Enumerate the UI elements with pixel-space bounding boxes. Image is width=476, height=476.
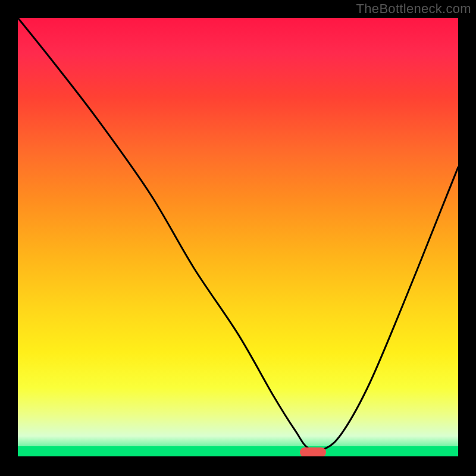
x-axis-baseline bbox=[18, 456, 458, 458]
chart-frame: TheBottleneck.com bbox=[0, 0, 476, 476]
optimal-marker bbox=[300, 447, 326, 457]
plot-area bbox=[18, 18, 458, 458]
bottleneck-curve bbox=[18, 18, 458, 458]
watermark-text: TheBottleneck.com bbox=[356, 1, 471, 17]
